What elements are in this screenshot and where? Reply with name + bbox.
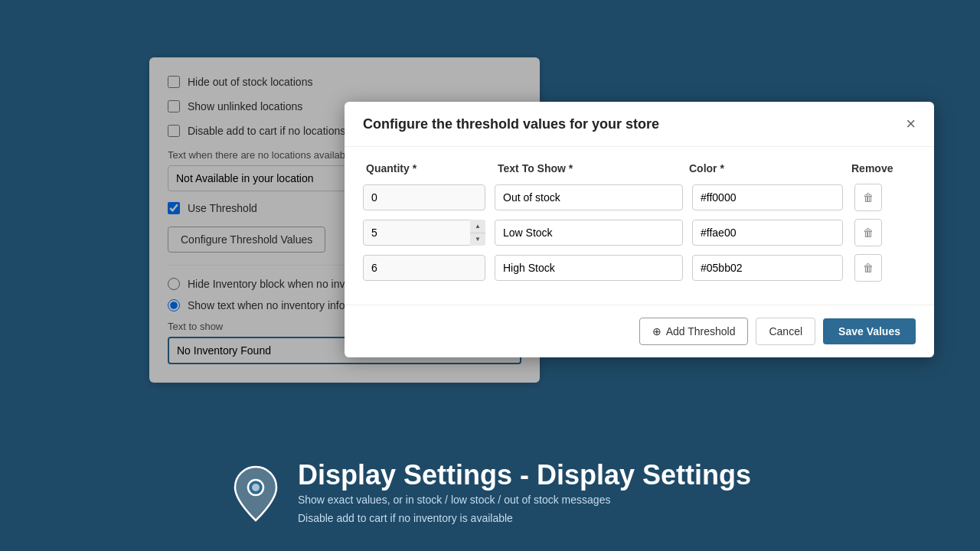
table-row: 🗑 xyxy=(363,254,916,282)
col-remove: Remove xyxy=(851,162,913,174)
modal-footer: ⊕ Add Threshold Cancel Save Values xyxy=(345,305,934,357)
qty-input-3[interactable] xyxy=(363,255,485,281)
save-button[interactable]: Save Values xyxy=(823,318,916,344)
qty-wrapper-3 xyxy=(363,255,485,281)
qty-input-1[interactable] xyxy=(363,184,485,210)
color-wrapper-2 xyxy=(692,219,845,246)
color-hex-input-3[interactable] xyxy=(692,255,843,281)
qty-down-2[interactable]: ▼ xyxy=(470,233,485,246)
threshold-table: Quantity * Text To Show * Color * Remove xyxy=(363,162,916,282)
brand-logo-icon xyxy=(229,463,283,524)
qty-spinners-2: ▲ ▼ xyxy=(470,220,485,246)
color-wrapper-3 xyxy=(692,254,845,282)
threshold-modal: Configure the threshold values for your … xyxy=(345,102,934,357)
qty-up-2[interactable]: ▲ xyxy=(470,220,485,233)
brand-subtitle2: Disable add to cart if no inventory is a… xyxy=(298,510,751,528)
modal-title: Configure the threshold values for your … xyxy=(363,116,659,132)
table-row: 🗑 xyxy=(363,184,916,211)
text-show-input-3[interactable] xyxy=(495,255,683,281)
add-threshold-button[interactable]: ⊕ Add Threshold xyxy=(639,318,749,345)
brand-title: Display Settings - Display Settings xyxy=(298,459,751,491)
qty-wrapper-2: ▲ ▼ xyxy=(363,220,485,246)
modal-header: Configure the threshold values for your … xyxy=(345,102,934,147)
col-text: Text To Show * xyxy=(498,162,680,174)
col-quantity: Quantity * xyxy=(366,162,488,174)
modal-body: Quantity * Text To Show * Color * Remove xyxy=(345,147,934,305)
svg-point-1 xyxy=(252,484,260,491)
qty-wrapper-1 xyxy=(363,184,485,210)
table-header: Quantity * Text To Show * Color * Remove xyxy=(363,162,916,174)
cancel-button[interactable]: Cancel xyxy=(756,318,815,345)
color-hex-input-2[interactable] xyxy=(692,220,843,246)
plus-icon: ⊕ xyxy=(652,325,662,337)
text-show-input-1[interactable] xyxy=(495,184,683,210)
color-wrapper-1 xyxy=(692,184,845,211)
brand-subtitle1: Show exact values, or in stock / low sto… xyxy=(298,491,751,510)
remove-btn-2[interactable]: 🗑 xyxy=(854,219,882,246)
remove-btn-1[interactable]: 🗑 xyxy=(854,184,882,211)
add-threshold-label: Add Threshold xyxy=(666,325,736,337)
color-hex-input-1[interactable] xyxy=(692,184,843,210)
remove-btn-3[interactable]: 🗑 xyxy=(854,254,882,282)
modal-close-button[interactable]: × xyxy=(906,116,916,132)
qty-input-2[interactable] xyxy=(363,220,485,246)
text-show-input-2[interactable] xyxy=(495,220,683,246)
brand-text: Display Settings - Display Settings Show… xyxy=(298,459,751,528)
col-color: Color * xyxy=(689,162,842,174)
table-row: ▲ ▼ 🗑 xyxy=(363,219,916,246)
bottom-branding: Display Settings - Display Settings Show… xyxy=(0,459,980,528)
